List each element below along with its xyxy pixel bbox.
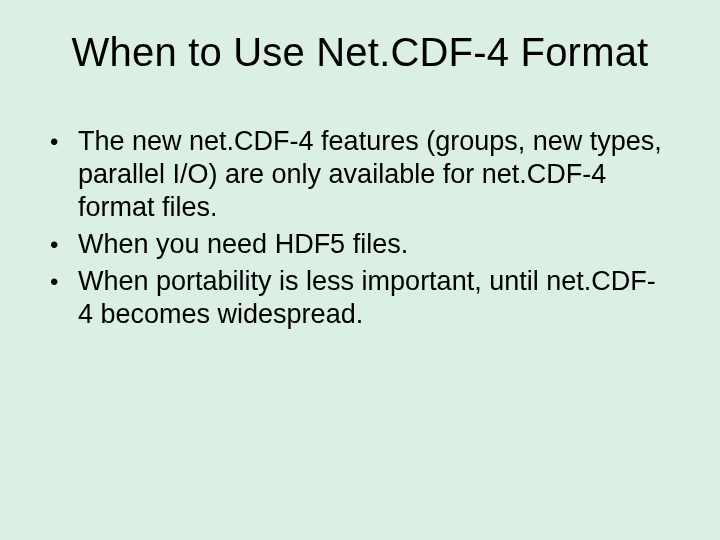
bullet-item: When you need HDF5 files. — [50, 228, 670, 261]
slide-title: When to Use Net.CDF-4 Format — [40, 30, 680, 75]
slide: When to Use Net.CDF-4 Format The new net… — [0, 0, 720, 540]
bullet-item: When portability is less important, unti… — [50, 265, 670, 331]
bullet-list: The new net.CDF-4 features (groups, new … — [40, 125, 680, 331]
bullet-item: The new net.CDF-4 features (groups, new … — [50, 125, 670, 224]
